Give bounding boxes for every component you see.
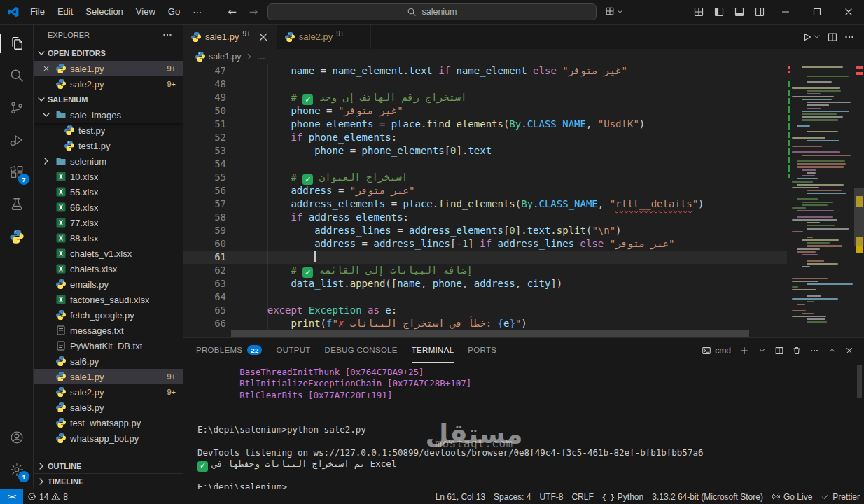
command-center-search[interactable]: salenium	[267, 4, 597, 20]
breadcrumb-item[interactable]: …	[257, 52, 266, 62]
open-editor-item[interactable]: sale2.py9+	[34, 76, 183, 92]
activity-python-env[interactable]	[0, 220, 33, 253]
code-line-content[interactable]: address_lines = address_elements[0].text…	[244, 224, 622, 237]
terminal-scrollbar[interactable]	[857, 365, 862, 398]
tree-item[interactable]: sale1.py9+	[34, 369, 183, 384]
activity-source-control[interactable]	[0, 92, 33, 124]
code-line-content[interactable]: print(f"✗ خطأ في استخراج البيانات: {e}")	[244, 317, 527, 330]
toggle-sidebar-button[interactable]	[709, 0, 729, 24]
code-line-content[interactable]: # ✓ استخراج رقم الهاتف إن وجد	[244, 91, 466, 104]
tree-item[interactable]: 55.xlsx	[34, 184, 183, 200]
status-python-interpreter[interactable]: 3.13.2 64-bit (Microsoft Store)	[648, 489, 767, 504]
activity-search[interactable]	[0, 59, 33, 92]
tree-item[interactable]: chalets.xlsx	[34, 261, 183, 276]
maximize-panel-button[interactable]	[824, 343, 839, 358]
menu-view[interactable]: View	[130, 4, 162, 20]
minimize-button[interactable]	[769, 0, 801, 24]
menu-edit[interactable]: Edit	[51, 4, 79, 20]
tree-item[interactable]: emails.py	[34, 276, 183, 292]
status-encoding[interactable]: UTF-8	[535, 489, 567, 504]
code-line-content[interactable]: data_list.append([name, phone, address, …	[244, 277, 562, 290]
panel-tab-debug-console[interactable]: DEBUG CONSOLE	[325, 338, 398, 363]
problems-status[interactable]: 14 8	[23, 489, 72, 504]
close-icon[interactable]	[257, 31, 270, 43]
editor-more-actions[interactable]	[842, 29, 857, 46]
customize-layout-button[interactable]	[688, 0, 709, 24]
views-more-icon[interactable]	[162, 29, 173, 41]
section-folder-salenium[interactable]: SALENIUM	[34, 92, 183, 107]
tree-item[interactable]: test1.py	[34, 138, 183, 153]
menu-file[interactable]: File	[24, 4, 51, 20]
menu-selection[interactable]: Selection	[79, 4, 129, 20]
new-terminal-button[interactable]	[737, 343, 752, 358]
status-cursor-position[interactable]: Ln 61, Col 13	[431, 489, 489, 504]
code-line-content[interactable]: address = "غير متوفر"	[244, 184, 414, 197]
code-line-content[interactable]: phone = phone_elements[0].text	[244, 144, 492, 158]
code-line-content[interactable]: # ✓ إضافة البيانات إلى القائمة	[244, 264, 473, 277]
breadcrumb-item[interactable]: sale1.py	[209, 52, 242, 62]
panel-more-actions[interactable]	[807, 343, 822, 358]
section-timeline[interactable]: TIMELINE	[34, 473, 183, 489]
code-line-content[interactable]: address = address_lines[-1] if address_l…	[244, 237, 674, 251]
tree-item[interactable]: 88.xlsx	[34, 230, 183, 246]
forward-button[interactable]: →	[249, 6, 258, 18]
code-line-content[interactable]: if phone_elements:	[244, 131, 397, 144]
tree-item[interactable]: chalets_v1.xlsx	[34, 246, 183, 261]
code-line-content[interactable]: phone = "غير متوفر"	[244, 104, 403, 118]
activity-testing[interactable]	[0, 188, 33, 220]
close-window-button[interactable]	[832, 0, 864, 24]
code-line-content[interactable]: address_elements = place.find_elements(B…	[244, 197, 704, 211]
horizontal-scrollbar-thumb[interactable]	[231, 330, 749, 337]
run-python-button[interactable]	[799, 29, 823, 46]
code-line-content[interactable]: except Exception as e:	[244, 304, 397, 317]
panel-tab-terminal[interactable]: TERMINAL	[412, 338, 454, 363]
activity-extensions[interactable]: 7	[0, 156, 33, 188]
split-editor-button[interactable]	[825, 29, 840, 46]
panel-tab-ports[interactable]: PORTS	[468, 338, 496, 363]
terminal[interactable]: BaseThreadInitThunk [0x764C7BA9+25] RtlI…	[183, 363, 864, 489]
back-button[interactable]: ←	[228, 6, 237, 18]
vertical-scrollbar[interactable]	[854, 188, 864, 246]
toggle-secondary-sidebar-button[interactable]	[749, 0, 769, 24]
tree-item[interactable]: sale2.py9+	[34, 384, 183, 400]
tree-item[interactable]: whatsapp_bot.py	[34, 430, 183, 446]
split-terminal-button[interactable]	[772, 343, 787, 358]
code-line-content[interactable]: if address_elements:	[244, 211, 409, 224]
remote-indicator[interactable]: ><	[0, 489, 23, 504]
panel-tab-problems[interactable]: PROBLEMS22	[196, 338, 262, 363]
close-icon[interactable]	[41, 64, 52, 74]
tab-sale1.py[interactable]: sale1.py9+	[183, 24, 277, 49]
tree-item[interactable]: selenium	[34, 153, 183, 169]
activity-run-and-debug[interactable]	[0, 124, 33, 156]
status-prettier[interactable]: Prettier	[816, 489, 864, 504]
section-outline[interactable]: OUTLINE	[34, 458, 183, 473]
tree-item[interactable]: fetch_google.py	[34, 307, 183, 323]
tree-item[interactable]: test_whatsapp.py	[34, 415, 183, 430]
minimap[interactable]	[787, 64, 854, 330]
tree-item[interactable]: factories_saudi.xlsx	[34, 292, 183, 307]
code-line-content[interactable]: phone_elements = place.find_elements(By.…	[244, 118, 645, 131]
tree-item[interactable]: messages.txt	[34, 323, 183, 338]
status-indentation[interactable]: Spaces: 4	[489, 489, 535, 504]
tab-sale2.py[interactable]: sale2.py9+	[277, 24, 371, 49]
kill-terminal-button[interactable]	[789, 343, 804, 358]
menu-go[interactable]: Go	[162, 4, 186, 20]
open-editor-item[interactable]: sale1.py9+	[34, 61, 183, 76]
tree-item[interactable]: 77.xlsx	[34, 215, 183, 230]
code-line-content[interactable]: name = name_element.text if name_element…	[244, 64, 627, 78]
activity-settings[interactable]: 1	[0, 454, 33, 486]
maximize-button[interactable]	[801, 0, 832, 24]
tree-item[interactable]: test.py	[34, 122, 183, 138]
section-open-editors[interactable]: OPEN EDITORS	[34, 46, 183, 61]
panel-tab-output[interactable]: OUTPUT	[276, 338, 310, 363]
editor-layout-dropdown[interactable]	[605, 6, 625, 16]
tree-item[interactable]: 66.xlsx	[34, 200, 183, 215]
status-language-mode[interactable]: { }Python	[598, 489, 648, 504]
terminal-profile-selector[interactable]: cmd	[698, 346, 734, 356]
tree-item[interactable]: sale3.py	[34, 400, 183, 415]
toggle-panel-button[interactable]	[729, 0, 749, 24]
status-eol[interactable]: CRLF	[567, 489, 597, 504]
tree-item[interactable]: PyWhatKit_DB.txt	[34, 338, 183, 354]
code-line-content[interactable]	[244, 251, 316, 264]
status-go-live[interactable]: Go Live	[767, 489, 816, 504]
